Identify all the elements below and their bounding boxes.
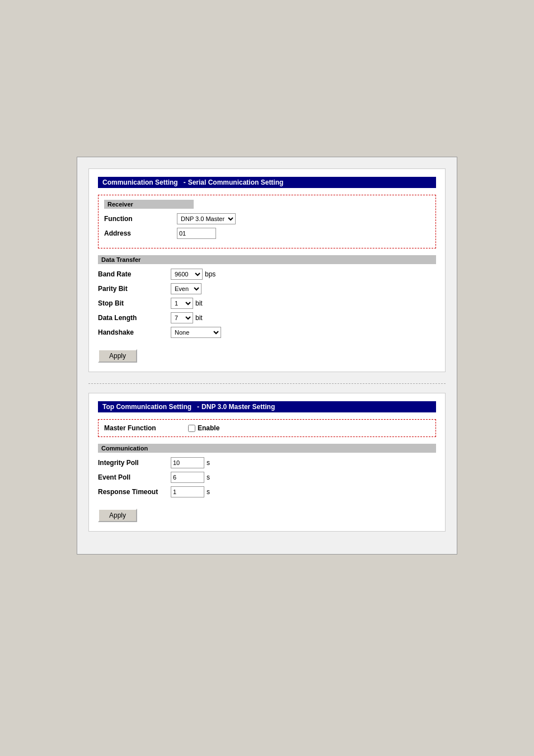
dnp30-master-card: Top Communication Setting - DNP 3.0 Mast… [88, 393, 446, 532]
integrity-poll-row: Integrity Poll s [98, 457, 436, 468]
data-length-unit: bit [195, 314, 203, 322]
dnp30-header-part2: DNP 3.0 Master Setting [202, 403, 275, 411]
serial-communication-card: Communication Setting - Serial Communica… [88, 168, 446, 372]
section2-apply-button[interactable]: Apply [98, 509, 137, 522]
response-timeout-label: Response Timeout [98, 488, 171, 496]
integrity-poll-label: Integrity Poll [98, 459, 171, 467]
handshake-row: Handshake None RTS/CTS XON/XOFF [98, 327, 436, 338]
band-rate-select[interactable]: 1200 2400 4800 9600 19200 38400 [171, 269, 203, 280]
data-transfer-label: Data Transfer [98, 255, 436, 264]
master-function-box: Master Function Enable [98, 419, 436, 437]
address-label: Address [104, 229, 177, 237]
enable-checkbox-label[interactable]: Enable [188, 424, 219, 432]
parity-bit-row: Parity Bit Even Odd None [98, 283, 436, 294]
band-rate-unit: bps [205, 270, 216, 278]
event-poll-row: Event Poll s [98, 472, 436, 483]
serial-comm-header-sep: - [184, 179, 186, 186]
data-length-row: Data Length 7 8 bit [98, 312, 436, 323]
event-poll-unit: s [207, 473, 210, 481]
master-function-label: Master Function [104, 424, 188, 432]
dnp30-header-part1: Top Communication Setting [102, 403, 191, 411]
main-panel: Communication Setting - Serial Communica… [77, 157, 457, 555]
communication-group: Communication Integrity Poll s Event Pol… [98, 444, 436, 497]
response-timeout-input[interactable] [171, 486, 204, 497]
section-divider [88, 383, 446, 384]
stop-bit-row: Stop Bit 1 2 bit [98, 298, 436, 309]
event-poll-input[interactable] [171, 472, 204, 483]
band-rate-label: Band Rate [98, 270, 171, 278]
function-select[interactable]: DNP 3.0 Master DNP 3.0 Slave Modbus RTU … [177, 213, 236, 224]
response-timeout-row: Response Timeout s [98, 486, 436, 497]
handshake-select[interactable]: None RTS/CTS XON/XOFF [171, 327, 221, 338]
enable-label: Enable [198, 424, 219, 432]
function-label: Function [104, 215, 177, 223]
function-row: Function DNP 3.0 Master DNP 3.0 Slave Mo… [104, 213, 430, 224]
parity-bit-label: Parity Bit [98, 285, 171, 293]
parity-bit-select[interactable]: Even Odd None [171, 283, 202, 294]
section1-apply-button[interactable]: Apply [98, 349, 137, 363]
band-rate-row: Band Rate 1200 2400 4800 9600 19200 3840… [98, 269, 436, 280]
page-container: Communication Setting - Serial Communica… [0, 0, 534, 588]
serial-comm-header-part2: Serial Communication Setting [188, 179, 284, 186]
data-length-label: Data Length [98, 314, 171, 322]
stop-bit-unit: bit [195, 299, 203, 307]
receiver-box: Receiver Function DNP 3.0 Master DNP 3.0… [98, 195, 436, 248]
receiver-group-label: Receiver [104, 200, 194, 209]
address-row: Address [104, 228, 430, 239]
handshake-label: Handshake [98, 328, 171, 336]
integrity-poll-input[interactable] [171, 457, 204, 468]
data-length-select[interactable]: 7 8 [171, 312, 193, 323]
response-timeout-unit: s [207, 488, 210, 496]
dnp30-master-header: Top Communication Setting - DNP 3.0 Mast… [98, 401, 436, 412]
dnp30-header-sep: - [197, 403, 199, 411]
stop-bit-select[interactable]: 1 2 [171, 298, 193, 309]
serial-comm-header: Communication Setting - Serial Communica… [98, 177, 436, 188]
communication-group-label: Communication [98, 444, 436, 453]
enable-checkbox[interactable] [188, 425, 195, 432]
integrity-poll-unit: s [207, 459, 210, 467]
serial-comm-header-part1: Communication Setting [102, 179, 178, 186]
data-transfer-group: Data Transfer Band Rate 1200 2400 4800 9… [98, 255, 436, 338]
event-poll-label: Event Poll [98, 473, 171, 481]
stop-bit-label: Stop Bit [98, 299, 171, 307]
address-input[interactable] [177, 228, 216, 239]
